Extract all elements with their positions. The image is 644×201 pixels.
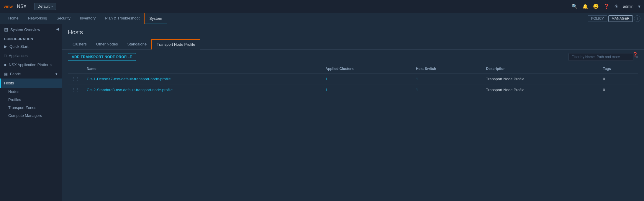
tab-clusters[interactable]: Clusters	[68, 40, 91, 49]
sidebar-item-quick-start[interactable]: ▶ Quick Start	[0, 42, 62, 51]
page-title: Hosts	[68, 29, 638, 36]
help-icon[interactable]: ❓	[604, 4, 609, 9]
col-drag	[68, 64, 83, 73]
topbar: vmw NSX Default ▾ 🔍 🔔 😀 ❓ ☀ admin ▾	[0, 0, 644, 13]
filter-input[interactable]	[568, 53, 633, 61]
sidebar-item-compute-managers[interactable]: Compute Managers	[0, 112, 62, 120]
nsx-app-icon: ■	[4, 63, 6, 67]
row2-name[interactable]: Cls-2-Standard3-nsx-default-transport-no…	[83, 84, 322, 95]
col-description[interactable]: Description	[483, 64, 599, 73]
nav-home[interactable]: Home	[4, 13, 23, 24]
row2-applied-clusters[interactable]: 1	[322, 84, 412, 95]
vmware-logo: vmw	[4, 4, 13, 9]
system-overview-icon: ▤	[4, 27, 8, 32]
tab-transport-node-profile[interactable]: Transport Node Profile	[151, 39, 200, 50]
filter-bar: ≡	[568, 53, 638, 61]
sidebar-fabric-section[interactable]: ▦ Fabric ▾	[0, 69, 62, 79]
fabric-chevron-icon: ▾	[55, 72, 58, 76]
sidebar-item-system-overview[interactable]: ▤ System Overview	[0, 24, 62, 35]
theme-icon[interactable]: ☀	[614, 4, 618, 9]
main-layout: ◀ ▤ System Overview Configuration ▶ Quic…	[0, 24, 644, 201]
env-chevron-icon: ▾	[51, 5, 53, 8]
appliances-icon: □	[4, 53, 6, 58]
col-host-switch[interactable]: Host Switch	[412, 64, 483, 73]
content-area: Hosts Clusters Other Nodes Standalone Tr…	[62, 24, 644, 201]
row2-tags: 0	[599, 84, 638, 95]
nsx-app-label: NSX Application Platform	[9, 63, 52, 67]
row1-tags: 0	[599, 73, 638, 84]
sidebar-item-hosts[interactable]: Hosts	[0, 79, 62, 88]
nav-plan-troubleshoot[interactable]: Plan & Troubleshoot	[100, 13, 144, 24]
search-icon[interactable]: 🔍	[572, 4, 578, 9]
row1-drag-handle[interactable]: ⋮⋮	[68, 73, 83, 84]
row2-drag-handle[interactable]: ⋮⋮	[68, 84, 83, 95]
quick-start-label: Quick Start	[9, 44, 28, 49]
row1-name[interactable]: Cls-1-DenseX7-nsx-default-transport-node…	[83, 73, 322, 84]
table-row: ⋮⋮ Cls-2-Standard3-nsx-default-transport…	[68, 84, 638, 95]
tab-other-nodes[interactable]: Other Nodes	[91, 40, 123, 49]
drag-handle-icon: ⋮⋮	[71, 76, 80, 81]
sidebar-item-transport-zones[interactable]: Transport Zones	[0, 104, 62, 112]
topbar-icons: 🔍 🔔 😀 ❓ ☀ admin ▾	[572, 4, 640, 9]
info-button[interactable]: i	[634, 15, 640, 22]
admin-label[interactable]: admin	[623, 4, 633, 9]
sidebar-item-profiles[interactable]: Profiles	[0, 96, 62, 104]
appliances-label: Appliances	[9, 53, 28, 58]
nav-security[interactable]: Security	[52, 13, 75, 24]
content-header: Hosts Clusters Other Nodes Standalone Tr…	[62, 24, 644, 50]
system-overview-label: System Overview	[10, 27, 40, 32]
nav-inventory[interactable]: Inventory	[75, 13, 100, 24]
fabric-label: Fabric	[10, 72, 21, 76]
fabric-icon: ▦	[4, 72, 8, 76]
product-name: NSX	[17, 4, 27, 9]
quick-start-icon: ▶	[4, 44, 7, 49]
row1-applied-clusters[interactable]: 1	[322, 73, 412, 84]
nav-networking[interactable]: Networking	[23, 13, 52, 24]
row2-description: Transport Node Profile	[483, 84, 599, 95]
face-icon[interactable]: 😀	[593, 4, 599, 9]
tabs: Clusters Other Nodes Standalone Transpor…	[68, 39, 638, 49]
row1-host-switch[interactable]: 1	[412, 73, 483, 84]
nav-system[interactable]: System	[144, 13, 167, 24]
bell-icon[interactable]: 🔔	[582, 4, 588, 9]
toolbar: ADD TRANSPORT NODE PROFILE ≡	[62, 50, 644, 64]
content-help-icon[interactable]: ❓	[632, 52, 638, 58]
drag-handle-icon: ⋮⋮	[71, 87, 80, 92]
sidebar: ◀ ▤ System Overview Configuration ▶ Quic…	[0, 24, 62, 201]
row2-host-switch[interactable]: 1	[412, 84, 483, 95]
transport-node-profile-table: Name Applied Clusters Host Switch Descri…	[68, 64, 638, 95]
navbar: Home Networking Security Inventory Plan …	[0, 13, 644, 24]
manager-button[interactable]: MANAGER	[608, 15, 633, 22]
policy-button[interactable]: POLICY	[588, 15, 607, 22]
sidebar-item-appliances[interactable]: □ Appliances	[0, 51, 62, 60]
row1-description: Transport Node Profile	[483, 73, 599, 84]
tab-standalone[interactable]: Standalone	[122, 40, 151, 49]
sidebar-config-section: Configuration	[0, 35, 62, 42]
environment-selector[interactable]: Default ▾	[34, 3, 56, 10]
env-label: Default	[37, 4, 50, 9]
add-transport-node-profile-button[interactable]: ADD TRANSPORT NODE PROFILE	[68, 53, 136, 61]
col-applied-clusters[interactable]: Applied Clusters	[322, 64, 412, 73]
admin-chevron-icon: ▾	[638, 4, 640, 9]
hosts-label: Hosts	[4, 81, 14, 85]
sidebar-item-nodes[interactable]: Nodes	[0, 88, 62, 96]
col-name[interactable]: Name	[83, 64, 322, 73]
table-row: ⋮⋮ Cls-1-DenseX7-nsx-default-transport-n…	[68, 73, 638, 84]
table-header-row: Name Applied Clusters Host Switch Descri…	[68, 64, 638, 73]
sidebar-item-nsx-app-platform[interactable]: ■ NSX Application Platform	[0, 60, 62, 69]
table-container: Name Applied Clusters Host Switch Descri…	[62, 64, 644, 201]
col-tags[interactable]: Tags	[599, 64, 638, 73]
sidebar-toggle-icon[interactable]: ◀	[56, 27, 59, 31]
